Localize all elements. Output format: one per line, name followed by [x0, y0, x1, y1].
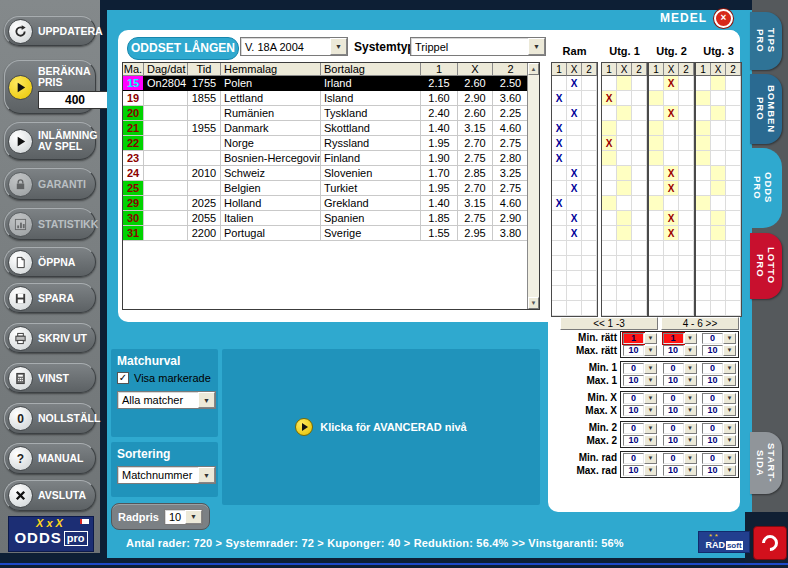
sign-cell[interactable]	[602, 271, 617, 286]
sign-cell[interactable]	[617, 286, 632, 301]
chevron-down-icon[interactable]: ▼	[644, 345, 657, 356]
chevron-down-icon[interactable]: ▼	[644, 423, 657, 434]
sign-cell[interactable]	[679, 241, 694, 256]
sign-cell[interactable]	[664, 256, 679, 271]
chevron-down-icon[interactable]: ▼	[644, 405, 657, 416]
sign-cell[interactable]	[711, 106, 726, 121]
match-row-20[interactable]: 20RumänienTyskland2.402.602.25	[123, 106, 539, 121]
sign-cell[interactable]	[552, 211, 567, 226]
manual-button[interactable]: ?MANUAL	[4, 443, 96, 474]
sign-cell[interactable]	[679, 286, 694, 301]
sign-row[interactable]: X	[649, 226, 694, 241]
sign-cell[interactable]	[552, 226, 567, 241]
sign-row-empty[interactable]	[552, 286, 597, 301]
sign-cell[interactable]	[649, 196, 664, 211]
sign-cell[interactable]	[582, 211, 597, 226]
sign-cell[interactable]	[552, 301, 567, 316]
sign-row-empty[interactable]	[552, 271, 597, 286]
sign-cell[interactable]: X	[664, 106, 679, 121]
sign-cell[interactable]	[617, 241, 632, 256]
chevron-down-icon[interactable]: ▼	[684, 375, 697, 386]
sign-cell[interactable]: X	[664, 211, 679, 226]
sign-row[interactable]	[696, 181, 741, 196]
sign-cell[interactable]	[602, 121, 617, 136]
match-row-25[interactable]: 25BelgienTurkiet1.952.702.75	[123, 181, 539, 196]
tab-bomben-pro[interactable]: BOMBEN PRO	[750, 74, 782, 144]
sign-cell[interactable]	[711, 256, 726, 271]
sign-cell[interactable]: X	[602, 136, 617, 151]
sign-row[interactable]	[649, 151, 694, 166]
sign-row[interactable]	[649, 196, 694, 211]
range-select[interactable]: 10▼	[702, 405, 736, 416]
sign-cell[interactable]	[649, 301, 664, 316]
sign-cell[interactable]	[602, 76, 617, 91]
sign-row-empty[interactable]	[696, 271, 741, 286]
chevron-down-icon[interactable]: ▼	[528, 38, 545, 55]
sign-cell[interactable]	[726, 136, 741, 151]
range-select[interactable]: 1▼	[663, 333, 697, 344]
range-select[interactable]: 10▼	[663, 465, 697, 476]
sign-cell[interactable]: X	[602, 91, 617, 106]
range-select[interactable]: 10▼	[663, 375, 697, 386]
range-select[interactable]: 0▼	[663, 453, 697, 464]
sign-cell[interactable]	[696, 121, 711, 136]
chevron-down-icon[interactable]: ▼	[684, 453, 697, 464]
range-select[interactable]: 10▼	[702, 465, 736, 476]
sign-cell[interactable]	[679, 166, 694, 181]
range-select[interactable]: 10▼	[663, 405, 697, 416]
sign-row-empty[interactable]	[602, 286, 647, 301]
sign-cell[interactable]	[696, 271, 711, 286]
sign-cell[interactable]	[617, 301, 632, 316]
sign-cell[interactable]	[632, 121, 647, 136]
range-select[interactable]: 0▼	[663, 363, 697, 374]
sign-row[interactable]	[602, 211, 647, 226]
sign-cell[interactable]	[552, 76, 567, 91]
sign-cell[interactable]	[679, 151, 694, 166]
sign-cell[interactable]	[726, 121, 741, 136]
chevron-down-icon[interactable]: ▼	[644, 375, 657, 386]
sign-cell[interactable]	[664, 151, 679, 166]
sign-row[interactable]: X	[552, 151, 597, 166]
sign-cell[interactable]	[679, 76, 694, 91]
sign-cell[interactable]	[649, 106, 664, 121]
sign-row[interactable]	[602, 151, 647, 166]
sign-row[interactable]	[602, 196, 647, 211]
week-select[interactable]: V. 18A 2004 ▼	[240, 37, 348, 56]
sign-cell[interactable]	[632, 241, 647, 256]
sign-cell[interactable]	[567, 91, 582, 106]
sign-cell[interactable]	[617, 106, 632, 121]
sign-cell[interactable]	[649, 286, 664, 301]
sign-cell[interactable]: X	[567, 211, 582, 226]
sign-cell[interactable]	[649, 226, 664, 241]
chevron-down-icon[interactable]: ▼	[644, 453, 657, 464]
sign-cell[interactable]: X	[664, 166, 679, 181]
match-filter-select[interactable]: Alla matcher ▼	[117, 391, 216, 409]
table-scrollbar[interactable]: ▲ ▼	[527, 63, 539, 309]
sign-cell[interactable]	[582, 166, 597, 181]
sign-cell[interactable]	[602, 181, 617, 196]
sign-cell[interactable]	[711, 136, 726, 151]
tab-tips-pro[interactable]: TIPS PRO	[750, 12, 782, 70]
sign-row-empty[interactable]	[649, 256, 694, 271]
sign-cell[interactable]	[711, 121, 726, 136]
sign-cell[interactable]	[552, 271, 567, 286]
sign-cell[interactable]	[617, 226, 632, 241]
sign-cell[interactable]	[711, 196, 726, 211]
sign-cell[interactable]: X	[552, 91, 567, 106]
sign-cell[interactable]	[664, 271, 679, 286]
sign-cell[interactable]	[649, 211, 664, 226]
sign-cell[interactable]	[617, 136, 632, 151]
range-select[interactable]: 0▼	[663, 393, 697, 404]
sign-row[interactable]	[649, 91, 694, 106]
chevron-down-icon[interactable]: ▼	[684, 465, 697, 476]
sign-cell[interactable]	[567, 256, 582, 271]
range-select[interactable]: 10▼	[623, 375, 657, 386]
sign-cell[interactable]	[726, 106, 741, 121]
sign-cell[interactable]	[726, 241, 741, 256]
range-select[interactable]: 0▼	[702, 363, 736, 374]
sign-cell[interactable]	[679, 226, 694, 241]
sign-row-empty[interactable]	[602, 271, 647, 286]
sign-row[interactable]	[602, 121, 647, 136]
sign-cell[interactable]: X	[567, 166, 582, 181]
sign-cell[interactable]	[679, 121, 694, 136]
